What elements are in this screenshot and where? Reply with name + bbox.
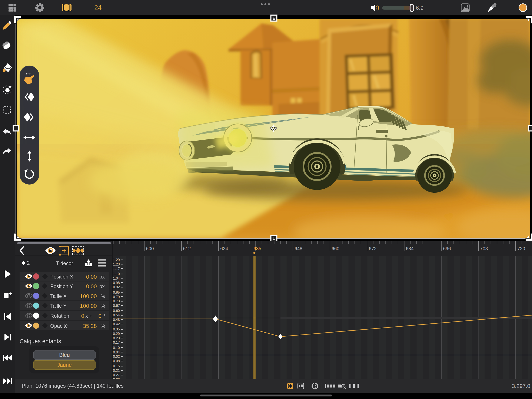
svg-text:-0.15: -0.15 (113, 364, 120, 368)
svg-text:648: 648 (295, 246, 302, 251)
svg-text:660: 660 (332, 246, 339, 251)
svg-text:0.73: 0.73 (113, 299, 120, 303)
svg-text:0.29: 0.29 (113, 332, 120, 335)
svg-text:0.92: 0.92 (113, 285, 120, 289)
svg-text:672: 672 (369, 246, 377, 251)
svg-text:1.10: 1.10 (113, 272, 120, 276)
svg-text:T-decor: T-decor (56, 260, 73, 266)
svg-text:-0.08: -0.08 (113, 359, 120, 363)
svg-text:0.54: 0.54 (113, 313, 120, 317)
svg-text:1.23: 1.23 (113, 262, 120, 266)
svg-text:684: 684 (406, 246, 414, 251)
svg-text:0.48: 0.48 (113, 318, 120, 322)
svg-text:1.29: 1.29 (113, 258, 120, 262)
svg-text:0.04: 0.04 (113, 350, 120, 354)
svg-text:720: 720 (517, 246, 525, 251)
svg-text:624: 624 (220, 246, 228, 251)
svg-text:0.85: 0.85 (113, 290, 120, 294)
svg-text:0.10: 0.10 (113, 346, 120, 350)
svg-text:612: 612 (183, 246, 191, 251)
svg-text:0.60: 0.60 (113, 309, 120, 313)
svg-text:1.17: 1.17 (113, 267, 120, 271)
svg-text:0.98: 0.98 (113, 281, 120, 285)
svg-text:1.04: 1.04 (113, 276, 120, 280)
svg-text:-0.21: -0.21 (113, 368, 120, 372)
svg-text:0.35: 0.35 (113, 327, 120, 331)
svg-text:0.23: 0.23 (113, 336, 120, 340)
svg-text:0.42: 0.42 (113, 322, 120, 326)
svg-text:0.17: 0.17 (113, 341, 120, 344)
svg-text:708: 708 (480, 246, 488, 251)
svg-text:696: 696 (443, 246, 451, 251)
svg-text:600: 600 (146, 246, 154, 251)
svg-text:-0.27: -0.27 (113, 373, 120, 377)
svg-text:0.79: 0.79 (113, 295, 120, 299)
svg-text:-0.33: -0.33 (113, 378, 120, 379)
svg-text:635: 635 (253, 246, 261, 251)
svg-text:2: 2 (27, 260, 30, 266)
svg-text:0.67: 0.67 (113, 304, 120, 308)
